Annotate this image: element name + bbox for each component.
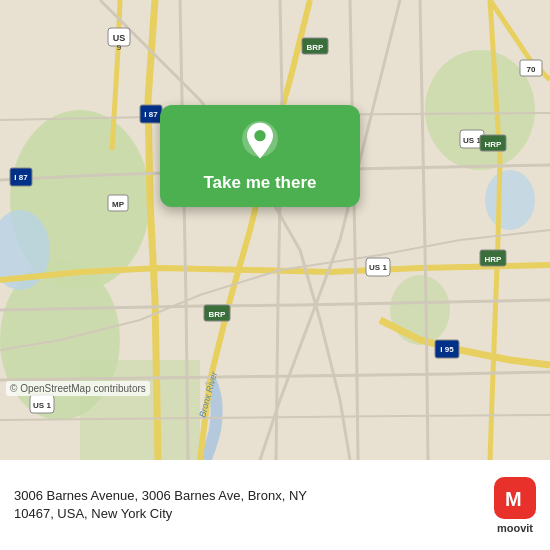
moovit-icon: M: [494, 477, 536, 519]
take-me-there-label: Take me there: [203, 173, 316, 193]
svg-text:BRP: BRP: [209, 310, 227, 319]
svg-text:HRP: HRP: [485, 255, 503, 264]
svg-text:I 87: I 87: [14, 173, 28, 182]
svg-text:70: 70: [527, 65, 536, 74]
osm-credit-text: © OpenStreetMap contributors: [10, 383, 146, 394]
svg-text:I 87: I 87: [144, 110, 158, 119]
osm-credit: © OpenStreetMap contributors: [6, 381, 150, 396]
svg-text:HRP: HRP: [485, 140, 503, 149]
svg-text:9: 9: [117, 43, 122, 52]
svg-point-7: [485, 170, 535, 230]
svg-point-37: [254, 130, 265, 141]
svg-text:M: M: [505, 488, 522, 510]
address-block: 3006 Barnes Avenue, 3006 Barnes Ave, Bro…: [14, 487, 484, 523]
address-line1: 3006 Barnes Avenue, 3006 Barnes Ave, Bro…: [14, 487, 484, 505]
svg-text:US: US: [113, 33, 126, 43]
moovit-m-icon: M: [501, 484, 529, 512]
moovit-logo[interactable]: M moovit: [494, 477, 536, 534]
svg-text:I 95: I 95: [440, 345, 454, 354]
map-container: US 9 I 87 I 87 BRP BRP US 1 US 1 US 1 I …: [0, 0, 550, 460]
svg-text:US 1: US 1: [33, 401, 51, 410]
svg-text:US 1: US 1: [463, 136, 481, 145]
moovit-text-label: moovit: [497, 522, 533, 534]
svg-text:US 1: US 1: [369, 263, 387, 272]
location-pin-icon: [238, 121, 282, 165]
svg-text:BRP: BRP: [307, 43, 325, 52]
address-line2: 10467, USA, New York City: [14, 505, 484, 523]
svg-point-4: [390, 275, 450, 345]
info-bar: 3006 Barnes Avenue, 3006 Barnes Ave, Bro…: [0, 460, 550, 550]
svg-rect-5: [80, 360, 200, 460]
svg-text:MP: MP: [112, 200, 125, 209]
take-me-there-popup[interactable]: Take me there: [160, 105, 360, 207]
svg-point-3: [425, 50, 535, 170]
